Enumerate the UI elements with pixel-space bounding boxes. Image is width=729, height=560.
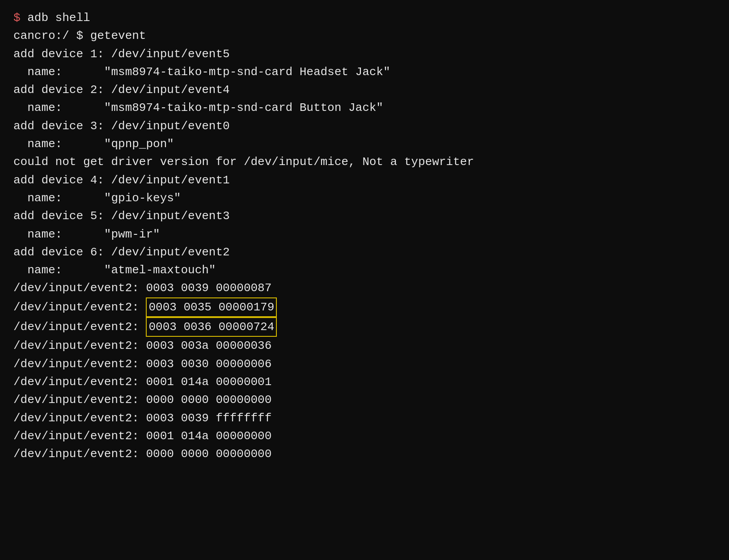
line-content-1: adb shell (21, 9, 90, 27)
terminal-line-5: add device 2: /dev/input/event4 (13, 81, 716, 99)
terminal-line-23: /dev/input/event2: 0003 0039 ffffffff (13, 409, 716, 427)
terminal-line-1: $ adb shell (13, 9, 716, 27)
terminal-line-19: /dev/input/event2: 0003 003a 00000036 (13, 337, 716, 355)
line-content-11: name: "gpio-keys" (13, 189, 181, 207)
terminal-line-20: /dev/input/event2: 0003 0030 00000006 (13, 355, 716, 373)
terminal-line-14: add device 6: /dev/input/event2 (13, 243, 716, 261)
line-content-15: name: "atmel-maxtouch" (13, 261, 216, 279)
prompt-dollar: $ (13, 9, 21, 27)
terminal-line-18: /dev/input/event2: 0003 0036 00000724 (13, 317, 716, 337)
line-content-13: name: "pwm-ir" (13, 225, 160, 243)
line-content-16: /dev/input/event2: 0003 0039 00000087 (13, 279, 271, 297)
terminal-line-2: cancro:/ $ getevent (13, 27, 716, 45)
line-content-25: /dev/input/event2: 0000 0000 00000000 (13, 445, 271, 463)
line-content-5: add device 2: /dev/input/event4 (13, 81, 230, 99)
line-content-10: add device 4: /dev/input/event1 (13, 171, 230, 189)
line-content-8: name: "qpnp_pon" (13, 135, 174, 153)
line-content-3: add device 1: /dev/input/event5 (13, 45, 230, 63)
line-content-12: add device 5: /dev/input/event3 (13, 207, 230, 225)
highlighted-value-18: 0003 0036 00000724 (146, 317, 277, 337)
terminal-line-24: /dev/input/event2: 0001 014a 00000000 (13, 427, 716, 445)
terminal-line-10: add device 4: /dev/input/event1 (13, 171, 716, 189)
terminal-line-8: name: "qpnp_pon" (13, 135, 716, 153)
terminal-line-6: name: "msm8974-taiko-mtp-snd-card Button… (13, 99, 716, 117)
line-prefix-17: /dev/input/event2: (13, 298, 146, 316)
terminal-line-15: name: "atmel-maxtouch" (13, 261, 716, 279)
terminal-line-25: /dev/input/event2: 0000 0000 00000000 (13, 445, 716, 463)
line-content-19: /dev/input/event2: 0003 003a 00000036 (13, 337, 271, 355)
line-content-21: /dev/input/event2: 0001 014a 00000001 (13, 373, 271, 391)
terminal-line-17: /dev/input/event2: 0003 0035 00000179 (13, 297, 716, 317)
terminal-line-21: /dev/input/event2: 0001 014a 00000001 (13, 373, 716, 391)
terminal-line-12: add device 5: /dev/input/event3 (13, 207, 716, 225)
terminal-line-4: name: "msm8974-taiko-mtp-snd-card Headse… (13, 63, 716, 81)
line-content-7: add device 3: /dev/input/event0 (13, 117, 230, 135)
terminal-line-3: add device 1: /dev/input/event5 (13, 45, 716, 63)
line-prefix-18: /dev/input/event2: (13, 318, 146, 336)
line-content-4: name: "msm8974-taiko-mtp-snd-card Headse… (13, 63, 390, 81)
line-content-6: name: "msm8974-taiko-mtp-snd-card Button… (13, 99, 383, 117)
line-content-9: could not get driver version for /dev/in… (13, 153, 474, 171)
highlighted-value-17: 0003 0035 00000179 (146, 297, 277, 317)
terminal-window: $ adb shell cancro:/ $ getevent add devi… (13, 9, 716, 463)
line-content-24: /dev/input/event2: 0001 014a 00000000 (13, 427, 271, 445)
line-content-22: /dev/input/event2: 0000 0000 00000000 (13, 391, 271, 409)
terminal-line-11: name: "gpio-keys" (13, 189, 716, 207)
terminal-line-13: name: "pwm-ir" (13, 225, 716, 243)
line-content-14: add device 6: /dev/input/event2 (13, 243, 230, 261)
line-content-20: /dev/input/event2: 0003 0030 00000006 (13, 355, 271, 373)
terminal-line-16: /dev/input/event2: 0003 0039 00000087 (13, 279, 716, 297)
line-content-2: cancro:/ $ getevent (13, 27, 146, 45)
terminal-line-7: add device 3: /dev/input/event0 (13, 117, 716, 135)
terminal-line-9: could not get driver version for /dev/in… (13, 153, 716, 171)
line-content-23: /dev/input/event2: 0003 0039 ffffffff (13, 409, 271, 427)
terminal-line-22: /dev/input/event2: 0000 0000 00000000 (13, 391, 716, 409)
